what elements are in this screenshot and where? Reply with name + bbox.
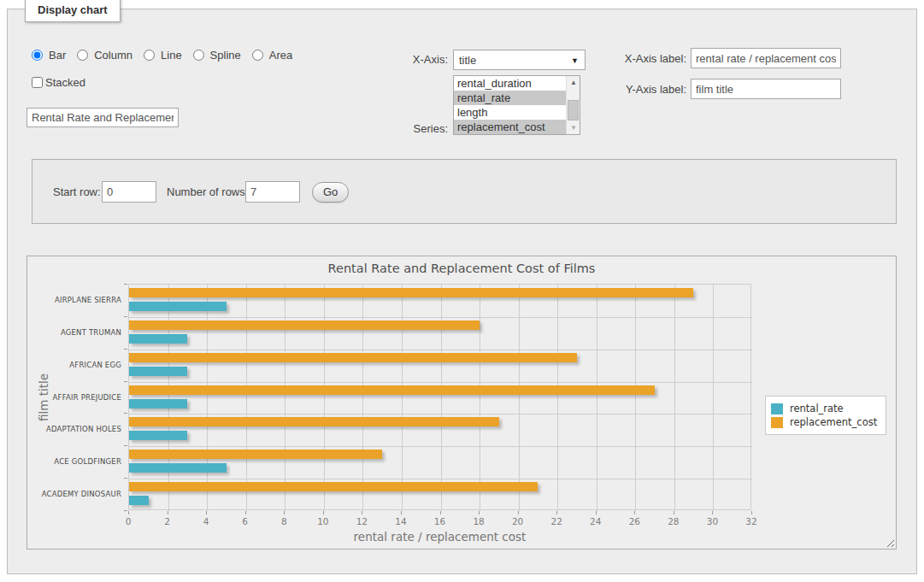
gridline [362, 285, 363, 511]
gridline [129, 350, 752, 350]
stacked-checkbox[interactable] [32, 77, 43, 88]
chart-type-radio-bar[interactable] [32, 50, 43, 61]
x-axis-tick [245, 511, 246, 514]
bar-rental_rate [129, 463, 227, 473]
bar-replacement_cost [129, 353, 577, 362]
x-axis-tick-label: 4 [203, 516, 209, 526]
chart-type-radio-label: Line [161, 49, 182, 62]
bar-replacement_cost [129, 320, 480, 330]
gridline [597, 285, 597, 511]
x-axis-tick-label: 6 [242, 516, 248, 526]
gridline [480, 285, 480, 511]
display-chart-panel: Display chart BarColumnLineSplineArea St… [7, 9, 917, 574]
chart-type-radio-label: Column [94, 49, 132, 62]
x-axis-tick-label: 10 [317, 516, 328, 526]
number-of-rows-label: Number of rows: [167, 185, 248, 198]
x-axis-tick [128, 511, 129, 514]
x-axis-tick [634, 511, 635, 514]
gridline [129, 446, 752, 447]
category-label: AFFAIR PREJUDICE [27, 393, 121, 402]
x-axis-tick-label: 28 [668, 516, 679, 526]
gridline [129, 414, 752, 414]
chart-title: Rental Rate and Replacement Cost of Film… [27, 262, 896, 275]
chart-type-radio-line[interactable] [144, 50, 155, 61]
bar-replacement_cost [129, 450, 382, 459]
chart-type-radio-spline[interactable] [193, 50, 204, 61]
bar-replacement_cost [129, 385, 655, 395]
legend-label: replacement_cost [790, 416, 877, 428]
x-axis-tick-label: 22 [551, 516, 562, 526]
category-label: AGENT TRUMAN [27, 328, 121, 337]
x-axis-tick [712, 511, 713, 514]
y-axis-tick [124, 445, 127, 446]
gridline [129, 317, 752, 318]
x-axis-selected-value: title [459, 54, 476, 67]
category-label: AIRPLANE SIERRA [27, 296, 121, 304]
x-axis-tick-label: 32 [745, 516, 756, 526]
chart-type-radio-label: Bar [49, 49, 66, 62]
gridline [402, 285, 403, 511]
gridline [129, 382, 752, 383]
chart-type-radio-column[interactable] [77, 50, 88, 61]
gridline [557, 285, 558, 511]
legend-row: replacement_cost [771, 416, 877, 428]
chart-type-radio-label: Spline [210, 49, 241, 62]
bar-rental_rate [129, 302, 227, 311]
scrollbar-thumb[interactable] [568, 100, 579, 121]
y-axis-label-caption: Y-Axis label: [611, 83, 686, 96]
chart-type-radio-area[interactable] [252, 50, 263, 61]
x-axis-tick [518, 511, 519, 514]
x-axis-tick-label: 14 [395, 516, 406, 526]
listbox-scrollbar[interactable]: ▲ ▼ [566, 76, 580, 134]
chart-title-input[interactable] [26, 108, 179, 127]
bar-rental_rate [129, 496, 149, 505]
y-axis-tick [124, 349, 127, 350]
scrollbar-down-icon[interactable]: ▼ [567, 121, 580, 134]
x-axis-tick-label: 0 [126, 516, 132, 526]
number-of-rows-input[interactable] [245, 181, 300, 203]
series-options: rental_durationrental_ratelengthreplacem… [454, 76, 566, 134]
x-axis-label-input[interactable] [691, 48, 841, 68]
x-axis-tick [168, 511, 168, 514]
category-label: AFRICAN EGG [27, 361, 121, 369]
bar-rental_rate [129, 367, 187, 376]
x-axis-tick [401, 511, 402, 514]
bar-rental_rate [129, 399, 187, 409]
series-option-rental_duration[interactable]: rental_duration [454, 76, 566, 91]
start-row-label: Start row: [53, 185, 101, 198]
series-option-replacement_cost[interactable]: replacement_cost [454, 120, 566, 134]
series-option-rental_rate[interactable]: rental_rate [454, 91, 566, 105]
bar-rental_rate [129, 334, 187, 344]
select-dropdown-arrow-icon: ▼ [571, 56, 579, 65]
panel-title: Display chart [25, 0, 121, 22]
y-axis-tick [124, 413, 127, 414]
legend-row: rental_rate [771, 403, 877, 414]
x-axis-tick [362, 511, 362, 514]
bar-replacement_cost [129, 288, 693, 297]
start-row-input[interactable] [102, 181, 156, 203]
x-axis-tick-label: 26 [629, 516, 640, 526]
gridline [129, 479, 752, 479]
x-axis-tick [440, 511, 441, 514]
scrollbar-up-icon[interactable]: ▲ [567, 76, 580, 89]
series-option-length[interactable]: length [454, 105, 566, 120]
x-axis-select[interactable]: title ▼ [453, 50, 586, 70]
x-axis-tick-label: 20 [512, 516, 523, 526]
series-listbox[interactable]: rental_durationrental_ratelengthreplacem… [453, 75, 580, 135]
x-axis-tick [284, 511, 285, 514]
gridline [713, 285, 714, 511]
chart-type-radio-label: Area [269, 49, 292, 62]
y-axis-tick [124, 316, 127, 317]
y-axis-tick [124, 284, 127, 285]
chart-legend: rental_ratereplacement_cost [765, 396, 886, 435]
bar-rental_rate [129, 431, 187, 440]
category-label: ACADEMY DINOSAUR [27, 490, 121, 498]
y-axis-label-input[interactable] [691, 79, 841, 99]
x-axis-tick [206, 511, 207, 514]
chart-resize-handle[interactable] [885, 538, 894, 547]
go-button[interactable]: Go [312, 182, 349, 203]
x-axis-tick [596, 511, 597, 514]
chart-plot-area [128, 284, 751, 510]
x-axis-label-caption: X-Axis label: [611, 52, 686, 65]
x-axis-tick [556, 511, 557, 514]
